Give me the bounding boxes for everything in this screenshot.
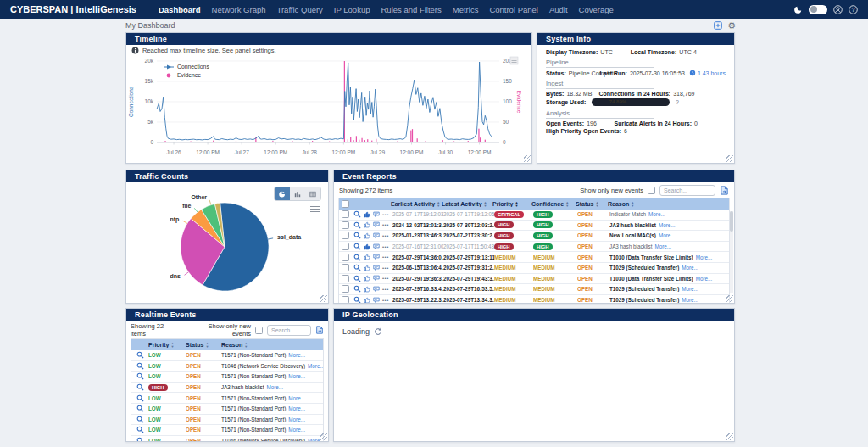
sort-icon[interactable]: ▲▼ <box>437 201 440 207</box>
event-report-row[interactable]: •••2025-07-29T19:36:3...2025-07-29T19:43… <box>339 274 729 285</box>
annotate-icon[interactable] <box>373 211 380 218</box>
annotate-icon[interactable] <box>373 275 380 282</box>
more-actions-icon[interactable]: ••• <box>382 222 389 227</box>
help-icon[interactable]: ? <box>849 5 858 14</box>
event-reports-search-input[interactable] <box>659 185 715 196</box>
more-link[interactable]: More... <box>682 286 698 292</box>
column-header-priority[interactable]: Priority▲▼ <box>148 342 186 348</box>
resize-handle[interactable] <box>524 155 531 162</box>
nav-item-rules-and-filters[interactable]: Rules and Filters <box>381 5 441 14</box>
inspect-icon[interactable] <box>136 416 144 423</box>
inspect-icon[interactable] <box>353 285 361 293</box>
column-header-reason[interactable]: Reason▲▼ <box>608 201 726 207</box>
row-checkbox[interactable] <box>342 275 349 282</box>
theme-toggle[interactable] <box>809 5 827 14</box>
ip-geolocation-header[interactable]: IP Geolocation <box>334 309 734 321</box>
event-report-row[interactable]: •••2025-07-29T16:33:4...2025-07-29T16:53… <box>339 284 729 295</box>
more-link[interactable]: More... <box>288 416 305 422</box>
column-header-priority[interactable]: Priority▲▼ <box>492 201 531 207</box>
more-link[interactable]: More... <box>682 297 698 303</box>
event-report-row[interactable]: •••2025-07-16T12:31:00.1...2025-07-17T11… <box>339 242 729 253</box>
more-link[interactable]: More... <box>288 352 305 358</box>
annotate-icon[interactable] <box>373 297 380 303</box>
more-actions-icon[interactable]: ••• <box>382 287 389 292</box>
nav-item-metrics[interactable]: Metrics <box>453 5 479 14</box>
resize-handle[interactable] <box>726 155 733 162</box>
column-header-earliest-activity[interactable]: Earliest Activity▲▼ <box>391 201 442 207</box>
event-report-row[interactable]: •••2025-07-29T14:36:0...2025-07-29T19:13… <box>339 252 729 263</box>
show-only-new-checkbox[interactable] <box>648 187 655 194</box>
column-header-reason[interactable]: Reason▲▼ <box>221 342 323 348</box>
sort-icon[interactable]: ▲▼ <box>631 201 634 207</box>
realtime-event-row[interactable]: LOWOPENT1046 (Network Service Discovery)… <box>131 436 323 441</box>
more-actions-icon[interactable]: ••• <box>382 298 389 303</box>
sort-icon[interactable]: ▲▼ <box>595 201 598 207</box>
more-actions-icon[interactable]: ••• <box>382 233 389 238</box>
event-report-row[interactable]: •••2025-07-29T13:22:3...2025-07-29T13:34… <box>339 295 729 303</box>
annotate-icon[interactable] <box>373 286 380 293</box>
nav-item-network-graph[interactable]: Network Graph <box>212 5 266 14</box>
sort-icon[interactable]: ▲▼ <box>484 201 487 207</box>
table-view-button[interactable] <box>305 187 320 200</box>
thumbs-up-icon[interactable] <box>364 297 370 303</box>
timeline-chart[interactable]: 05k10k15k20k050100150200Jul 2612:00 PMJu… <box>126 54 531 158</box>
more-actions-icon[interactable]: ••• <box>382 212 389 217</box>
inspect-icon[interactable] <box>353 296 361 303</box>
more-link[interactable]: More... <box>682 265 698 271</box>
sort-icon[interactable]: ▲▼ <box>244 342 248 348</box>
realtime-show-only-checkbox[interactable] <box>255 327 263 334</box>
settings-gear-icon[interactable]: ⚙ <box>727 21 736 30</box>
annotate-icon[interactable] <box>373 221 380 228</box>
more-link[interactable]: More... <box>659 222 676 228</box>
more-link[interactable]: More... <box>288 427 305 433</box>
inspect-icon[interactable] <box>136 351 144 359</box>
export-icon[interactable] <box>720 186 729 195</box>
inspect-icon[interactable] <box>136 426 144 433</box>
thumbs-up-icon[interactable] <box>364 211 370 218</box>
annotate-icon[interactable] <box>373 254 380 260</box>
nav-item-audit[interactable]: Audit <box>549 5 568 14</box>
inspect-icon[interactable] <box>136 362 144 370</box>
realtime-event-row[interactable]: LOWOPENT1571 (Non-Standard Port)More... <box>131 350 323 361</box>
realtime-event-row[interactable]: LOWOPENT1046 (Network Service Discovery)… <box>131 361 323 372</box>
inspect-icon[interactable] <box>136 405 144 412</box>
nav-item-traffic-query[interactable]: Traffic Query <box>276 5 322 14</box>
thumbs-up-icon[interactable] <box>364 286 370 293</box>
thumbs-up-icon[interactable] <box>364 254 370 260</box>
inspect-icon[interactable] <box>136 372 144 380</box>
more-link[interactable]: More... <box>659 232 676 238</box>
realtime-search-input[interactable] <box>267 325 311 336</box>
realtime-event-row[interactable]: HIGHOPENJA3 hash blacklistMore... <box>131 383 323 394</box>
inspect-icon[interactable] <box>353 264 361 271</box>
select-all-checkbox[interactable] <box>342 200 349 208</box>
thumbs-up-icon[interactable] <box>364 232 370 239</box>
row-checkbox[interactable] <box>342 254 349 261</box>
more-link[interactable]: More... <box>308 363 323 369</box>
more-link[interactable]: More... <box>654 243 671 249</box>
column-header-latest-activity[interactable]: Latest Activity▲▼ <box>442 201 492 207</box>
annotate-icon[interactable] <box>373 243 380 250</box>
thumbs-up-icon[interactable] <box>364 275 370 282</box>
event-reports-header[interactable]: Event Reports <box>334 170 734 182</box>
realtime-events-header[interactable]: Realtime Events <box>126 309 328 321</box>
nav-item-coverage[interactable]: Coverage <box>579 5 614 14</box>
event-report-row[interactable]: •••2025-01-23T13:46:3...2025-07-21T23:30… <box>339 231 729 242</box>
system-info-header[interactable]: System Info <box>537 33 734 45</box>
row-checkbox[interactable] <box>342 285 349 293</box>
more-actions-icon[interactable]: ••• <box>382 276 389 281</box>
event-report-row[interactable]: •••2025-06-15T13:06:4...2025-07-29T19:31… <box>339 263 729 274</box>
inspect-icon[interactable] <box>136 437 144 441</box>
resize-handle[interactable] <box>320 295 327 302</box>
more-link[interactable]: More... <box>648 211 665 217</box>
nav-item-dashboard[interactable]: Dashboard <box>159 5 201 14</box>
event-report-row[interactable]: •••2024-12-02T13:01:3...2025-07-30T12:03… <box>339 221 729 232</box>
inspect-icon[interactable] <box>353 210 361 218</box>
column-header-status[interactable]: Status▲▼ <box>576 201 608 207</box>
realtime-event-row[interactable]: LOWOPENT1571 (Non-Standard Port)More... <box>131 425 323 436</box>
event-report-row[interactable]: •••2025-07-17T19:12:03Z2025-07-17T19:12:… <box>339 210 729 221</box>
sort-icon[interactable]: ▲▼ <box>565 201 569 207</box>
row-checkbox[interactable] <box>342 243 349 250</box>
inspect-icon[interactable] <box>136 383 144 391</box>
resize-handle[interactable] <box>320 433 327 440</box>
more-link[interactable]: More... <box>696 254 713 260</box>
